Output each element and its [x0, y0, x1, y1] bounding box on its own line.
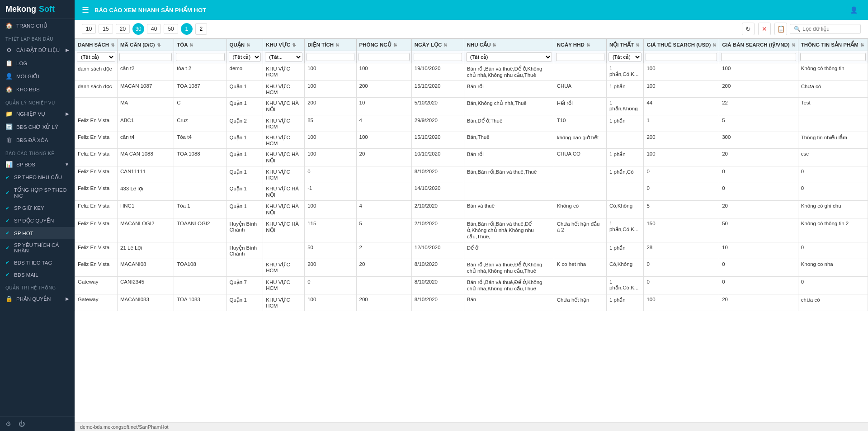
filter-ma-can-input[interactable]: [119, 53, 172, 61]
sidebar-label-bdscho: BĐS CHỜ XỬ LÝ: [16, 124, 58, 130]
sidebar-item-nghiepvu[interactable]: 📁 NGHIỆP VỤ ▶: [0, 107, 75, 120]
cell-gia_ban_search: 0: [719, 259, 798, 277]
filter-thong-tin-icon[interactable]: ⇅: [860, 43, 864, 47]
cell-thong_tin_sp: 0: [798, 242, 868, 259]
filter-noi-that-cell: (Tất cả): [606, 51, 643, 63]
settings-footer-icon[interactable]: ⚙: [5, 420, 11, 427]
filter-ngay-loc-icon[interactable]: ⇅: [443, 43, 447, 47]
filter-gia-thue-icon[interactable]: ⇅: [712, 43, 716, 47]
moigioi-icon: 👤: [5, 73, 13, 80]
sidebar-item-bdstag[interactable]: ✔ BĐS THEO TAG: [0, 256, 75, 269]
filter-nhu-cau-select[interactable]: (Tất cả): [466, 52, 552, 62]
page-size-10[interactable]: 10: [82, 24, 96, 34]
filter-dien-tich-icon[interactable]: ⇅: [335, 43, 339, 47]
filter-noi-that-icon[interactable]: ⇅: [636, 43, 639, 47]
export-button[interactable]: 📋: [774, 23, 787, 35]
page-size-40[interactable]: 40: [147, 24, 161, 34]
cell-phong_ngu: 20: [356, 259, 411, 277]
sidebar-item-bdscho[interactable]: 🔄 BĐS CHỜ XỬ LÝ: [0, 120, 75, 133]
cell-dien_tich: 200: [305, 259, 356, 277]
filter-thong-tin-input[interactable]: [800, 53, 866, 61]
filter-toa-icon[interactable]: ⇅: [189, 43, 193, 47]
page-size-15[interactable]: 15: [99, 24, 113, 34]
page-btn-1[interactable]: 1: [181, 23, 193, 35]
filter-phong-ngu-icon[interactable]: ⇅: [393, 43, 397, 47]
sidebar-item-log[interactable]: 📋 LOG: [0, 57, 75, 70]
table-row: Feliz En Vista21 Lê LợiHuyện Bình Chánh5…: [75, 242, 868, 259]
search-icon: 🔍: [794, 26, 801, 32]
sidebar-item-spnhucau[interactable]: ✔ SP THEO NHU CẦU: [0, 171, 75, 184]
sidebar-label-caidat: CÀI ĐẶT DỮ LIỆU: [16, 47, 60, 53]
check-sphot-icon: ✔: [5, 230, 9, 236]
filter-khu-vuc-select[interactable]: (Tất...: [265, 52, 302, 62]
cell-dien_tich: 100: [305, 81, 356, 98]
sidebar-item-bdsmail[interactable]: ✔ BĐS MAIL: [0, 269, 75, 281]
sidebar-item-home[interactable]: 🏠 TRANG CHỦ: [0, 19, 75, 32]
hamburger-icon[interactable]: ☰: [82, 5, 89, 15]
filter-ngay-loc-cell: [411, 51, 464, 63]
cell-phong_ngu: 20: [356, 149, 411, 166]
sidebar-item-sphot[interactable]: ✔ SP HOT: [0, 227, 75, 239]
page-title: BÁO CÁO XEM NHANH SẢN PHẨM HOT: [94, 7, 206, 14]
cell-toa: TOA108: [174, 259, 226, 277]
cell-dien_tich: 100: [305, 149, 356, 166]
sidebar-item-spdocquyen[interactable]: ✔ SP ĐỘC QUYỀN: [0, 214, 75, 227]
filter-ngay-hhd-input[interactable]: [556, 53, 604, 61]
filter-toa-input[interactable]: [176, 53, 224, 61]
filter-gia-ban-input[interactable]: [721, 53, 796, 61]
sidebar: MekongSoft 🏠 TRANG CHỦ THIẾT LẬP BAN ĐẦU…: [0, 0, 75, 431]
page-size-50[interactable]: 50: [164, 24, 178, 34]
status-url: demo-bds.mekongsoft.net/SanPhamHot: [80, 424, 169, 430]
sidebar-item-bdsxoa[interactable]: 🗑 BĐS ĐÃ XÓA: [0, 133, 75, 147]
sidebar-item-moigioi[interactable]: 👤 MÔI GIỚI: [0, 70, 75, 83]
cell-phong_ngu: 100: [356, 63, 411, 81]
filter-quan-icon[interactable]: ⇅: [246, 43, 250, 47]
sidebar-item-spgiukey[interactable]: ✔ SP GIỮ KEY: [0, 202, 75, 214]
cell-gia_thue_search: 5: [644, 201, 719, 218]
sidebar-item-spbds[interactable]: 📊 SP BĐS ▼: [0, 158, 75, 171]
cell-ngay_loc: 19/10/2020: [411, 63, 464, 81]
filter-ma-can-icon[interactable]: ⇅: [157, 43, 160, 47]
search-input[interactable]: [802, 26, 857, 32]
data-table: DANH SÁCH⇅ MÃ CĂN (Đ/C)⇅ TÒA⇅ QUẬN⇅ KHU …: [75, 38, 868, 311]
page-btn-2[interactable]: 2: [195, 23, 207, 35]
sidebar-item-tonghop[interactable]: ✔ TỔNG HỢP SP THEO N/C: [0, 184, 75, 202]
sidebar-item-khobds[interactable]: 🏠 KHO BĐS: [0, 83, 75, 96]
filter-gia-thue-input[interactable]: [646, 53, 717, 61]
table-row: Feliz En VistaMA CAN 1088TOA 1088Quận 1K…: [75, 149, 868, 166]
page-size-30[interactable]: 30: [132, 23, 144, 35]
cell-khu_vuc: KHU VỰC HCM: [263, 81, 305, 98]
filter-ngay-hhd-icon[interactable]: ⇅: [586, 43, 590, 47]
filter-danh-sach-select[interactable]: (Tất cả): [77, 52, 115, 62]
filter-quan-select[interactable]: (Tất cả): [229, 52, 261, 62]
cell-nhu_cau: Bán,Bán rồi,Bán và thuê,Thuê: [464, 166, 554, 183]
filter-gia-ban-icon[interactable]: ⇅: [792, 43, 795, 47]
filter-dien-tich-input[interactable]: [307, 53, 354, 61]
filter-nhu-cau-icon[interactable]: ⇅: [492, 43, 496, 47]
cell-gia_ban_search: 300: [719, 132, 798, 149]
sidebar-item-caidat[interactable]: ⚙ CÀI ĐẶT DỮ LIỆU ▶: [0, 43, 75, 57]
refresh-button[interactable]: ↻: [742, 23, 755, 35]
cell-danh_sach: Feliz En Vista: [75, 259, 118, 277]
cell-phong_ngu: 4: [356, 201, 411, 218]
filter-danh-sach-icon[interactable]: ⇅: [111, 43, 114, 47]
filter-phong-ngu-input[interactable]: [359, 53, 410, 61]
sidebar-item-phanquyen[interactable]: 🔒 PHÂN QUYỀN ▶: [0, 292, 75, 305]
filter-khu-vuc-icon[interactable]: ⇅: [292, 43, 296, 47]
cell-ma_can: 433 Lê lợi: [118, 183, 174, 201]
cell-phong_ngu: [356, 183, 411, 201]
cell-gia_thue_search: 150: [644, 218, 719, 242]
table-row: danh sách dọccăn t2tòa t 2demoKHU VỰC HC…: [75, 63, 868, 81]
cell-nhu_cau: Để ở: [464, 242, 554, 259]
close-button[interactable]: ✕: [758, 23, 771, 35]
filter-noi-that-select[interactable]: (Tất cả): [609, 52, 642, 62]
cell-ngay_hhd: [554, 183, 606, 201]
page-size-20[interactable]: 20: [116, 24, 130, 34]
sidebar-item-spyeuthich[interactable]: ✔ SP YÊU THÍCH CÁ NHÂN: [0, 239, 75, 256]
cell-ma_can: CAN11111: [118, 166, 174, 183]
power-footer-icon[interactable]: ⏻: [19, 420, 25, 427]
cell-thong_tin_sp: Test: [798, 98, 868, 115]
avatar[interactable]: 👤: [846, 3, 861, 17]
filter-ngay-loc-input[interactable]: [414, 53, 462, 61]
cell-thong_tin_sp: Thông tin nhiều lắm: [798, 132, 868, 149]
